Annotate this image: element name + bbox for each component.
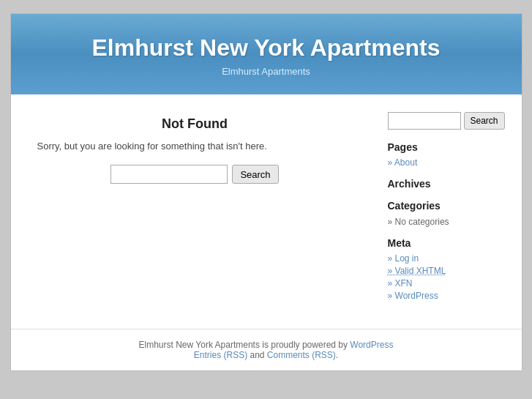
sidebar-link-login[interactable]: Log in — [388, 253, 504, 264]
sidebar-categories-title: Categories — [388, 200, 504, 212]
sidebar-meta-title: Meta — [388, 237, 504, 249]
sidebar-section-meta: Meta Log in Valid XHTML XFN WordPress — [388, 237, 504, 301]
footer-wordpress-link[interactable]: WordPress — [350, 340, 393, 350]
content-area: Not Found Sorry, but you are looking for… — [11, 94, 522, 329]
sidebar-pages-title: Pages — [388, 141, 504, 153]
site-title: Elmhurst New York Apartments — [33, 34, 500, 61]
site-tagline: Elmhurst Apartments — [33, 66, 500, 77]
sidebar-search-button[interactable]: Search — [464, 112, 505, 130]
sidebar-section-archives: Archives — [388, 178, 504, 190]
footer-text-before: Elmhurst New York Apartments is proudly … — [139, 340, 351, 350]
main-search-form: Search — [37, 165, 353, 184]
sidebar-no-categories: No categories — [388, 217, 449, 227]
sidebar-section-categories: Categories No categories — [388, 200, 504, 227]
sidebar-link-about[interactable]: About — [388, 157, 504, 168]
main-search-button[interactable]: Search — [232, 165, 278, 184]
sidebar-search-form: Search — [388, 112, 504, 130]
footer-text-middle: and — [247, 350, 267, 360]
not-found-title: Not Found — [37, 116, 353, 132]
sidebar-link-xhtml[interactable]: Valid XHTML — [388, 266, 504, 276]
main-content: Not Found Sorry, but you are looking for… — [23, 109, 367, 314]
site-header: Elmhurst New York Apartments Elmhurst Ap… — [11, 14, 522, 94]
sidebar: Search Pages About Archives Categories N… — [382, 109, 510, 314]
sidebar-archives-title: Archives — [388, 178, 504, 190]
footer-comments-rss-link[interactable]: Comments (RSS) — [267, 350, 336, 360]
main-search-input[interactable] — [110, 165, 228, 184]
page-wrapper: Elmhurst New York Apartments Elmhurst Ap… — [10, 13, 522, 371]
footer-entries-rss-link[interactable]: Entries (RSS) — [194, 350, 247, 360]
not-found-text: Sorry, but you are looking for something… — [37, 141, 353, 152]
sidebar-section-pages: Pages About — [388, 141, 504, 168]
footer-text-end: . — [336, 350, 338, 360]
site-footer: Elmhurst New York Apartments is proudly … — [11, 329, 522, 370]
sidebar-link-xfn[interactable]: XFN — [388, 278, 504, 288]
sidebar-search-input[interactable] — [388, 112, 461, 130]
sidebar-link-wordpress[interactable]: WordPress — [388, 291, 504, 301]
